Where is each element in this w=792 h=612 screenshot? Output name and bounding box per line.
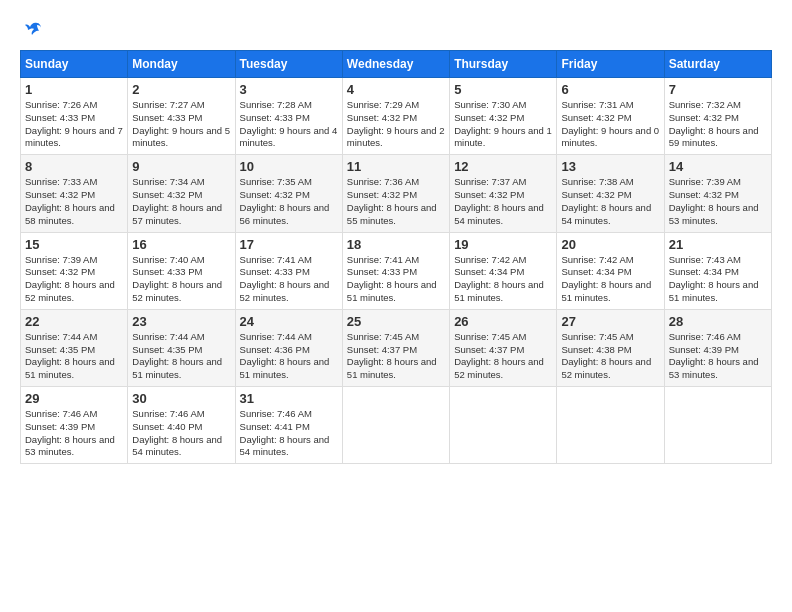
day-number: 27	[561, 314, 659, 329]
day-info: Sunrise: 7:28 AMSunset: 4:33 PMDaylight:…	[240, 99, 338, 150]
day-info: Sunrise: 7:46 AMSunset: 4:40 PMDaylight:…	[132, 408, 230, 459]
calendar-day-cell: 3Sunrise: 7:28 AMSunset: 4:33 PMDaylight…	[235, 78, 342, 155]
weekday-header-saturday: Saturday	[664, 51, 771, 78]
calendar-week-row: 29Sunrise: 7:46 AMSunset: 4:39 PMDayligh…	[21, 387, 772, 464]
day-number: 26	[454, 314, 552, 329]
calendar-day-cell: 13Sunrise: 7:38 AMSunset: 4:32 PMDayligh…	[557, 155, 664, 232]
calendar-week-row: 8Sunrise: 7:33 AMSunset: 4:32 PMDaylight…	[21, 155, 772, 232]
logo-text	[20, 20, 42, 40]
calendar-week-row: 15Sunrise: 7:39 AMSunset: 4:32 PMDayligh…	[21, 232, 772, 309]
calendar-table: SundayMondayTuesdayWednesdayThursdayFrid…	[20, 50, 772, 464]
day-number: 3	[240, 82, 338, 97]
day-number: 7	[669, 82, 767, 97]
weekday-header-wednesday: Wednesday	[342, 51, 449, 78]
day-info: Sunrise: 7:39 AMSunset: 4:32 PMDaylight:…	[669, 176, 767, 227]
calendar-day-cell: 20Sunrise: 7:42 AMSunset: 4:34 PMDayligh…	[557, 232, 664, 309]
calendar-day-cell: 1Sunrise: 7:26 AMSunset: 4:33 PMDaylight…	[21, 78, 128, 155]
day-number: 24	[240, 314, 338, 329]
day-number: 18	[347, 237, 445, 252]
day-number: 8	[25, 159, 123, 174]
day-number: 25	[347, 314, 445, 329]
day-number: 30	[132, 391, 230, 406]
calendar-week-row: 22Sunrise: 7:44 AMSunset: 4:35 PMDayligh…	[21, 309, 772, 386]
day-number: 21	[669, 237, 767, 252]
logo	[20, 20, 42, 40]
header	[20, 20, 772, 40]
day-number: 17	[240, 237, 338, 252]
empty-cell	[664, 387, 771, 464]
calendar-week-row: 1Sunrise: 7:26 AMSunset: 4:33 PMDaylight…	[21, 78, 772, 155]
day-info: Sunrise: 7:46 AMSunset: 4:39 PMDaylight:…	[25, 408, 123, 459]
day-info: Sunrise: 7:26 AMSunset: 4:33 PMDaylight:…	[25, 99, 123, 150]
weekday-header-monday: Monday	[128, 51, 235, 78]
day-info: Sunrise: 7:29 AMSunset: 4:32 PMDaylight:…	[347, 99, 445, 150]
day-number: 29	[25, 391, 123, 406]
day-info: Sunrise: 7:35 AMSunset: 4:32 PMDaylight:…	[240, 176, 338, 227]
day-info: Sunrise: 7:33 AMSunset: 4:32 PMDaylight:…	[25, 176, 123, 227]
day-number: 10	[240, 159, 338, 174]
day-info: Sunrise: 7:27 AMSunset: 4:33 PMDaylight:…	[132, 99, 230, 150]
day-info: Sunrise: 7:41 AMSunset: 4:33 PMDaylight:…	[240, 254, 338, 305]
day-number: 28	[669, 314, 767, 329]
day-info: Sunrise: 7:46 AMSunset: 4:39 PMDaylight:…	[669, 331, 767, 382]
empty-cell	[342, 387, 449, 464]
day-info: Sunrise: 7:44 AMSunset: 4:35 PMDaylight:…	[132, 331, 230, 382]
day-number: 14	[669, 159, 767, 174]
calendar-day-cell: 19Sunrise: 7:42 AMSunset: 4:34 PMDayligh…	[450, 232, 557, 309]
day-info: Sunrise: 7:39 AMSunset: 4:32 PMDaylight:…	[25, 254, 123, 305]
calendar-day-cell: 26Sunrise: 7:45 AMSunset: 4:37 PMDayligh…	[450, 309, 557, 386]
calendar-day-cell: 4Sunrise: 7:29 AMSunset: 4:32 PMDaylight…	[342, 78, 449, 155]
weekday-header-tuesday: Tuesday	[235, 51, 342, 78]
day-info: Sunrise: 7:45 AMSunset: 4:37 PMDaylight:…	[454, 331, 552, 382]
calendar-day-cell: 8Sunrise: 7:33 AMSunset: 4:32 PMDaylight…	[21, 155, 128, 232]
day-number: 5	[454, 82, 552, 97]
calendar-day-cell: 10Sunrise: 7:35 AMSunset: 4:32 PMDayligh…	[235, 155, 342, 232]
day-info: Sunrise: 7:46 AMSunset: 4:41 PMDaylight:…	[240, 408, 338, 459]
weekday-header-sunday: Sunday	[21, 51, 128, 78]
day-info: Sunrise: 7:43 AMSunset: 4:34 PMDaylight:…	[669, 254, 767, 305]
day-number: 23	[132, 314, 230, 329]
calendar-day-cell: 9Sunrise: 7:34 AMSunset: 4:32 PMDaylight…	[128, 155, 235, 232]
day-info: Sunrise: 7:42 AMSunset: 4:34 PMDaylight:…	[561, 254, 659, 305]
calendar-day-cell: 11Sunrise: 7:36 AMSunset: 4:32 PMDayligh…	[342, 155, 449, 232]
day-info: Sunrise: 7:30 AMSunset: 4:32 PMDaylight:…	[454, 99, 552, 150]
calendar-day-cell: 25Sunrise: 7:45 AMSunset: 4:37 PMDayligh…	[342, 309, 449, 386]
day-info: Sunrise: 7:36 AMSunset: 4:32 PMDaylight:…	[347, 176, 445, 227]
calendar-day-cell: 30Sunrise: 7:46 AMSunset: 4:40 PMDayligh…	[128, 387, 235, 464]
weekday-header-row: SundayMondayTuesdayWednesdayThursdayFrid…	[21, 51, 772, 78]
calendar-day-cell: 14Sunrise: 7:39 AMSunset: 4:32 PMDayligh…	[664, 155, 771, 232]
calendar-day-cell: 18Sunrise: 7:41 AMSunset: 4:33 PMDayligh…	[342, 232, 449, 309]
day-info: Sunrise: 7:45 AMSunset: 4:38 PMDaylight:…	[561, 331, 659, 382]
logo-bird-icon	[22, 20, 42, 40]
day-number: 12	[454, 159, 552, 174]
calendar-day-cell: 27Sunrise: 7:45 AMSunset: 4:38 PMDayligh…	[557, 309, 664, 386]
day-info: Sunrise: 7:31 AMSunset: 4:32 PMDaylight:…	[561, 99, 659, 150]
day-info: Sunrise: 7:40 AMSunset: 4:33 PMDaylight:…	[132, 254, 230, 305]
empty-cell	[450, 387, 557, 464]
weekday-header-friday: Friday	[557, 51, 664, 78]
day-number: 4	[347, 82, 445, 97]
calendar-day-cell: 7Sunrise: 7:32 AMSunset: 4:32 PMDaylight…	[664, 78, 771, 155]
calendar-day-cell: 24Sunrise: 7:44 AMSunset: 4:36 PMDayligh…	[235, 309, 342, 386]
calendar-day-cell: 31Sunrise: 7:46 AMSunset: 4:41 PMDayligh…	[235, 387, 342, 464]
day-number: 16	[132, 237, 230, 252]
calendar-day-cell: 22Sunrise: 7:44 AMSunset: 4:35 PMDayligh…	[21, 309, 128, 386]
calendar-day-cell: 2Sunrise: 7:27 AMSunset: 4:33 PMDaylight…	[128, 78, 235, 155]
day-number: 9	[132, 159, 230, 174]
day-info: Sunrise: 7:37 AMSunset: 4:32 PMDaylight:…	[454, 176, 552, 227]
day-number: 22	[25, 314, 123, 329]
calendar-day-cell: 17Sunrise: 7:41 AMSunset: 4:33 PMDayligh…	[235, 232, 342, 309]
day-number: 2	[132, 82, 230, 97]
day-info: Sunrise: 7:45 AMSunset: 4:37 PMDaylight:…	[347, 331, 445, 382]
calendar-day-cell: 28Sunrise: 7:46 AMSunset: 4:39 PMDayligh…	[664, 309, 771, 386]
empty-cell	[557, 387, 664, 464]
day-number: 11	[347, 159, 445, 174]
page-container: SundayMondayTuesdayWednesdayThursdayFrid…	[20, 20, 772, 464]
day-number: 20	[561, 237, 659, 252]
day-info: Sunrise: 7:44 AMSunset: 4:36 PMDaylight:…	[240, 331, 338, 382]
day-info: Sunrise: 7:32 AMSunset: 4:32 PMDaylight:…	[669, 99, 767, 150]
calendar-day-cell: 12Sunrise: 7:37 AMSunset: 4:32 PMDayligh…	[450, 155, 557, 232]
calendar-day-cell: 6Sunrise: 7:31 AMSunset: 4:32 PMDaylight…	[557, 78, 664, 155]
day-info: Sunrise: 7:34 AMSunset: 4:32 PMDaylight:…	[132, 176, 230, 227]
calendar-day-cell: 16Sunrise: 7:40 AMSunset: 4:33 PMDayligh…	[128, 232, 235, 309]
